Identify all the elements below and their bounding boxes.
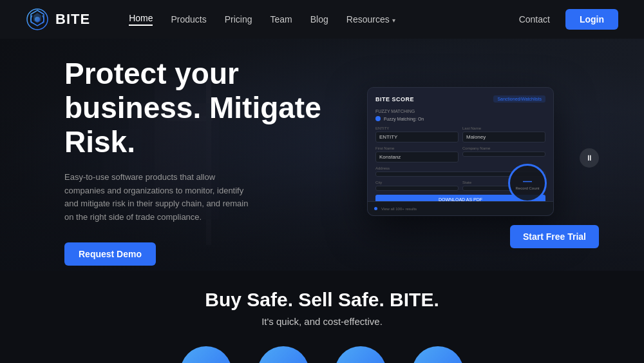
last-name-label: Last Name [462, 126, 545, 130]
company-field: Company Name [462, 146, 545, 162]
field-row-name: First Name Konstanz Company Name [375, 146, 545, 162]
mockup-header: BITE SCORE Sanctioned/Watchlists [375, 95, 545, 103]
city-label: City [375, 181, 459, 184]
entity-value: ENTITY [375, 132, 459, 142]
record-count-circle: — Record Count [508, 164, 547, 202]
nav-products[interactable]: Products [171, 14, 206, 25]
first-name-value: Konstanz [375, 152, 459, 162]
nav-team[interactable]: Team [270, 14, 292, 25]
hero-title: Protect your business. Mitigate Risk. [64, 57, 335, 159]
nav-blog[interactable]: Blog [310, 14, 328, 25]
request-demo-button[interactable]: Request Demo [64, 242, 156, 266]
nav-resources[interactable]: Resources [346, 14, 395, 25]
city-value [375, 186, 459, 191]
toggle-dot [375, 116, 381, 121]
nav-links: Home Products Pricing Team Blog Resource… [129, 13, 519, 26]
pause-icon: ⏸ [585, 153, 593, 162]
stat-circle-0: 60% [180, 346, 232, 363]
logo-text: BITE [55, 11, 90, 28]
hero-description: Easy-to-use software products that allow… [64, 171, 258, 224]
stat-circle-3: 55% [412, 346, 464, 363]
fuzzy-toggle-text: Fuzzy Matching: On [384, 117, 424, 121]
tagline: Buy Safe. Sell Safe. BITE. [26, 289, 618, 311]
entity-field: ENTITY ENTITY [375, 126, 459, 142]
nav-contact[interactable]: Contact [519, 14, 550, 25]
nav-pricing[interactable]: Pricing [225, 14, 252, 25]
fuzzy-label: FUZZY MATCHING [375, 109, 545, 113]
hero-section: Protect your business. Mitigate Risk. Ea… [0, 39, 644, 271]
stats-row: 60% 2x 20% 55% [26, 340, 618, 363]
mockup-title: BITE SCORE [375, 96, 414, 103]
bottom-section: Buy Safe. Sell Safe. BITE. It's quick, a… [0, 271, 644, 363]
status-dot [374, 207, 377, 210]
bottom-view-text: View all 100+ results [381, 207, 417, 211]
start-trial-button[interactable]: Start Free Trial [510, 225, 599, 248]
logo-icon [26, 8, 49, 31]
hero-visual: BITE SCORE Sanctioned/Watchlists FUZZY M… [335, 58, 580, 258]
login-button[interactable]: Login [565, 9, 618, 30]
company-value [462, 152, 545, 157]
chevron-down-icon [392, 14, 395, 25]
field-row-entity: ENTITY ENTITY Last Name Maloney [375, 126, 545, 142]
stat-circle-1: 2x [258, 346, 309, 363]
sub-tagline: It's quick, and cost-effective. [26, 316, 618, 327]
mockup-bottom-bar: View all 100+ results [368, 201, 553, 215]
svg-point-1 [35, 17, 40, 22]
logo[interactable]: BITE [26, 8, 90, 31]
stat-circle-2: 20% [335, 346, 386, 363]
first-name-label: First Name [375, 146, 459, 150]
company-label: Company Name [462, 146, 545, 150]
fuzzy-matching-section: FUZZY MATCHING Fuzzy Matching: On [375, 109, 545, 121]
first-name-field: First Name Konstanz [375, 146, 459, 162]
city-field: City [375, 181, 459, 191]
pause-button[interactable]: ⏸ [580, 148, 599, 168]
navigation: BITE Home Products Pricing Team Blog Res… [0, 0, 644, 39]
fuzzy-toggle[interactable]: Fuzzy Matching: On [375, 116, 545, 121]
mockup-badge: Sanctioned/Watchlists [493, 95, 545, 103]
record-count-label: Record Count [515, 186, 539, 190]
last-name-field: Last Name Maloney [462, 126, 545, 142]
product-mockup: BITE SCORE Sanctioned/Watchlists FUZZY M… [367, 87, 573, 229]
nav-home[interactable]: Home [129, 13, 153, 26]
mockup-card: BITE SCORE Sanctioned/Watchlists FUZZY M… [367, 87, 554, 216]
hero-content: Protect your business. Mitigate Risk. Ea… [64, 58, 335, 258]
entity-label: ENTITY [375, 126, 459, 130]
nav-right: Contact Login [519, 9, 618, 30]
last-name-value: Maloney [462, 132, 545, 142]
